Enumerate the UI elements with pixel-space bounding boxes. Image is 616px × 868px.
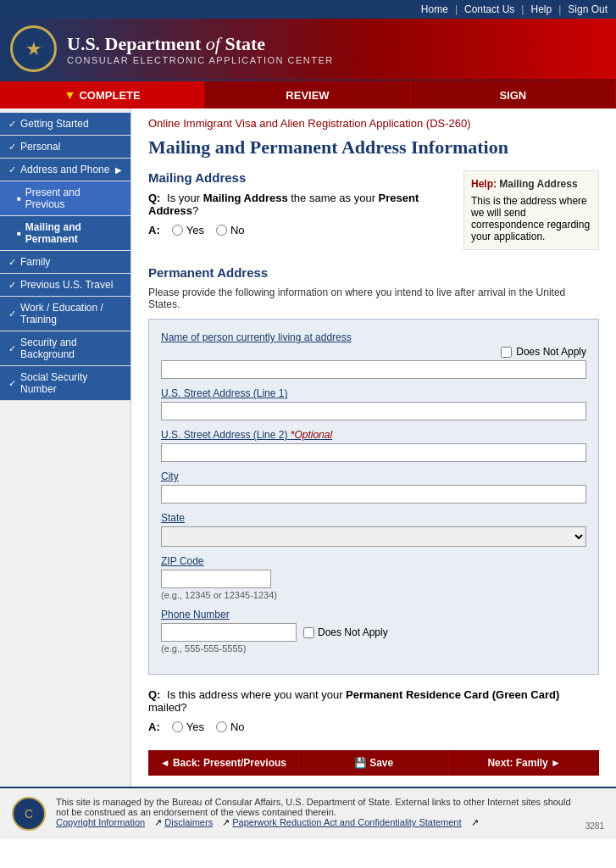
state-row: State Alabama Alaska California New York… xyxy=(161,512,586,547)
sidebar-item-work-education[interactable]: ✓ Work / Education / Training xyxy=(0,297,130,331)
gc-question-body: Is this address where you want your Perm… xyxy=(148,688,559,714)
footer-info: This site is managed by the Bureau of Co… xyxy=(56,797,575,828)
mailing-section-title: Mailing Address xyxy=(148,170,450,185)
does-not-apply-row: Does Not Apply xyxy=(161,346,586,358)
footer-links: Copyright Information ↗ Disclaimers ↗ Pa… xyxy=(56,817,575,828)
nav-complete[interactable]: ▼ COMPLETE xyxy=(0,81,205,108)
zip-row: ZIP Code (e.g., 12345 or 12345-1234) xyxy=(161,555,586,600)
top-nav: Home | Contact Us | Help | Sign Out xyxy=(0,0,616,19)
save-button[interactable]: 💾 Save xyxy=(299,750,449,776)
sidebar-item-personal[interactable]: ✓ Personal xyxy=(0,136,130,159)
mailing-address-section: Mailing Address Q: Is your Mailing Addre… xyxy=(148,170,599,250)
square-icon: ■ xyxy=(17,195,21,203)
sidebar-item-social-security[interactable]: ✓ Social Security Number xyxy=(0,366,130,401)
phone-dna-row: Does Not Apply xyxy=(303,626,388,638)
person-name-label: Name of person currently living at addre… xyxy=(161,331,586,343)
sidebar-item-previous-us-travel[interactable]: ✓ Previous U.S. Travel xyxy=(0,274,130,297)
phone-input-row: Does Not Apply xyxy=(161,623,586,642)
gc-a-label: A: xyxy=(148,721,160,733)
no-radio[interactable] xyxy=(216,225,227,236)
gc-no-label[interactable]: No xyxy=(216,721,245,733)
phone-dna-label: Does Not Apply xyxy=(318,626,388,638)
title-block: U.S. Department of State Consular Electr… xyxy=(67,33,334,65)
phone-label: Phone Number xyxy=(161,609,586,620)
header-brand: ★ U.S. Department of State Consular Elec… xyxy=(0,19,616,79)
green-card-question: Q: Is this address where you want your P… xyxy=(148,688,599,733)
sidebar-item-address-phone[interactable]: ✓ Address and Phone ▶ xyxy=(0,159,130,181)
gc-q-label: Q: xyxy=(148,688,160,701)
gc-question-text: Q: Is this address where you want your P… xyxy=(148,688,599,714)
check-icon: ✓ xyxy=(8,119,16,130)
mailing-question-body: Is your Mailing Address the same as your… xyxy=(148,192,419,217)
street2-row: U.S. Street Address (Line 2) *Optional xyxy=(161,429,586,462)
main-layout: ✓ Getting Started ✓ Personal ✓ Address a… xyxy=(0,108,616,787)
contact-link[interactable]: Contact Us xyxy=(464,3,514,15)
check-icon: ✓ xyxy=(8,309,16,320)
arrow-right-icon: ▶ xyxy=(115,165,122,175)
sidebar-item-mailing-permanent[interactable]: ■ Mailing and Permanent xyxy=(0,216,130,251)
a-label: A: xyxy=(148,224,160,236)
sidebar: ✓ Getting Started ✓ Personal ✓ Address a… xyxy=(0,108,131,787)
gc-yes-radio[interactable] xyxy=(172,721,183,732)
nav-sign[interactable]: SIGN xyxy=(411,81,616,108)
signout-link[interactable]: Sign Out xyxy=(568,3,608,15)
mailing-question-text: Q: Is your Mailing Address the same as y… xyxy=(148,192,450,217)
content-area: Online Immigrant Visa and Alien Registra… xyxy=(131,108,616,787)
sidebar-item-family[interactable]: ✓ Family xyxy=(0,251,130,274)
footer-seal: C xyxy=(12,797,46,831)
sidebar-item-present-previous[interactable]: ■ Present and Previous xyxy=(0,181,130,216)
street2-label: U.S. Street Address (Line 2) *Optional xyxy=(161,429,586,441)
city-label: City xyxy=(161,470,586,482)
back-button[interactable]: ◄ Back: Present/Previous xyxy=(148,750,298,776)
nav-review[interactable]: REVIEW xyxy=(205,81,410,108)
paperwork-link[interactable]: Paperwork Reduction Act and Confidential… xyxy=(232,817,461,827)
city-input[interactable] xyxy=(161,485,586,504)
q-label: Q: xyxy=(148,192,160,204)
zip-label: ZIP Code xyxy=(161,555,586,567)
check-icon: ✓ xyxy=(8,378,16,389)
permanent-section-title: Permanent Address xyxy=(148,265,599,280)
progress-nav: ▼ COMPLETE REVIEW SIGN xyxy=(0,81,616,108)
person-name-row: Name of person currently living at addre… xyxy=(161,331,586,379)
nav-arrow-icon: ▼ xyxy=(64,88,76,102)
phone-input[interactable] xyxy=(161,623,297,642)
permanent-address-section: Permanent Address Please provide the fol… xyxy=(148,265,599,733)
street1-input[interactable] xyxy=(161,402,586,420)
gc-yes-label[interactable]: Yes xyxy=(172,721,204,733)
yes-radio[interactable] xyxy=(172,225,183,236)
zip-input[interactable] xyxy=(161,570,271,588)
gc-no-radio[interactable] xyxy=(216,721,227,732)
dna-checkbox[interactable] xyxy=(501,347,512,358)
person-name-input[interactable] xyxy=(161,360,586,379)
sidebar-item-getting-started[interactable]: ✓ Getting Started xyxy=(0,113,130,136)
check-icon: ✓ xyxy=(8,142,16,153)
no-radio-label[interactable]: No xyxy=(216,224,245,236)
check-icon: ✓ xyxy=(8,343,16,354)
street2-input[interactable] xyxy=(161,443,586,462)
street1-label: U.S. Street Address (Line 1) xyxy=(161,387,586,399)
permanent-description: Please provide the following information… xyxy=(148,287,599,310)
help-box: Help: Mailing Address This is the addres… xyxy=(463,170,599,250)
page-footer: C This site is managed by the Bureau of … xyxy=(0,787,616,839)
disclaimers-link[interactable]: Disclaimers xyxy=(164,817,213,827)
page-title: Mailing and Permanent Address Informatio… xyxy=(148,136,599,159)
footer-text: This site is managed by the Bureau of Co… xyxy=(56,797,575,817)
app-title: Online Immigrant Visa and Alien Registra… xyxy=(148,117,599,130)
sidebar-item-security[interactable]: ✓ Security and Background xyxy=(0,331,130,366)
dept-subtitle: Consular Electronic Application Center xyxy=(67,55,334,65)
check-icon: ✓ xyxy=(8,164,16,175)
square-icon: ■ xyxy=(17,230,21,237)
phone-dna-checkbox[interactable] xyxy=(303,627,314,638)
home-link[interactable]: Home xyxy=(421,3,448,15)
mailing-question-block: Mailing Address Q: Is your Mailing Addre… xyxy=(148,170,450,250)
help-link[interactable]: Help xyxy=(530,3,552,15)
next-button[interactable]: Next: Family ► xyxy=(449,750,599,776)
yes-radio-label[interactable]: Yes xyxy=(172,224,204,236)
state-select[interactable]: Alabama Alaska California New York Texas xyxy=(161,526,586,547)
permanent-address-form: Name of person currently living at addre… xyxy=(148,319,599,675)
dept-seal: ★ xyxy=(10,25,57,72)
mailing-answer-row: A: Yes No xyxy=(148,224,450,236)
copyright-link[interactable]: Copyright Information xyxy=(56,817,145,827)
street1-row: U.S. Street Address (Line 1) xyxy=(161,387,586,420)
dna-label: Does Not Apply xyxy=(516,346,586,358)
